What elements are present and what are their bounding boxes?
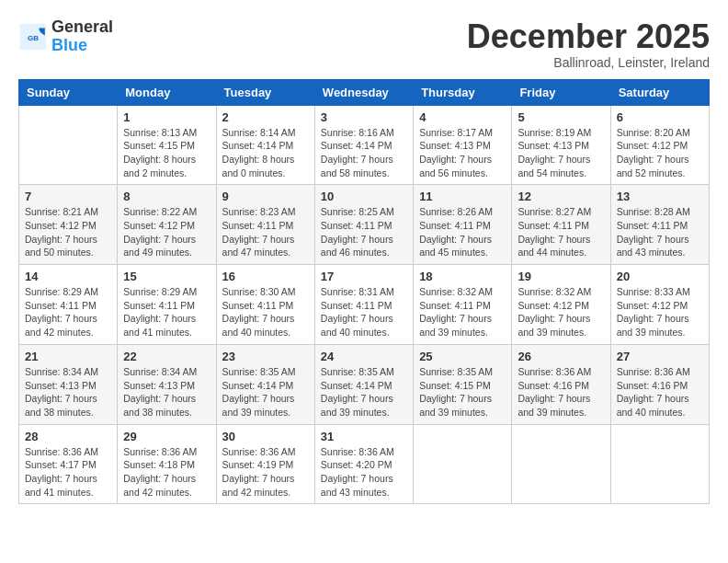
calendar-cell: 30Sunrise: 8:36 AM Sunset: 4:19 PM Dayli… [216, 424, 314, 504]
day-number: 2 [222, 110, 309, 124]
calendar-week-1: 1Sunrise: 8:13 AM Sunset: 4:15 PM Daylig… [19, 105, 710, 185]
location: Ballinroad, Leinster, Ireland [467, 55, 710, 70]
calendar-cell: 3Sunrise: 8:16 AM Sunset: 4:14 PM Daylig… [314, 105, 413, 185]
calendar-cell: 5Sunrise: 8:19 AM Sunset: 4:13 PM Daylig… [512, 105, 610, 185]
calendar-cell: 2Sunrise: 8:14 AM Sunset: 4:14 PM Daylig… [216, 105, 314, 185]
calendar-cell: 12Sunrise: 8:27 AM Sunset: 4:11 PM Dayli… [512, 185, 610, 265]
day-info: Sunrise: 8:35 AM Sunset: 4:14 PM Dayligh… [321, 365, 407, 419]
calendar-cell: 28Sunrise: 8:36 AM Sunset: 4:17 PM Dayli… [19, 424, 118, 504]
day-number: 8 [123, 190, 210, 203]
day-header-thursday: Thursday [414, 79, 512, 105]
calendar-cell: 31Sunrise: 8:36 AM Sunset: 4:20 PM Dayli… [314, 424, 413, 504]
calendar-cell: 23Sunrise: 8:35 AM Sunset: 4:14 PM Dayli… [216, 344, 314, 424]
logo: GB General Blue [18, 18, 113, 55]
day-number: 18 [419, 270, 506, 283]
calendar-cell: 6Sunrise: 8:20 AM Sunset: 4:12 PM Daylig… [610, 105, 709, 185]
day-info: Sunrise: 8:26 AM Sunset: 4:11 PM Dayligh… [419, 205, 506, 259]
day-info: Sunrise: 8:35 AM Sunset: 4:15 PM Dayligh… [419, 365, 506, 419]
day-number: 12 [518, 190, 604, 203]
calendar-cell: 18Sunrise: 8:32 AM Sunset: 4:11 PM Dayli… [414, 265, 512, 345]
day-number: 24 [321, 350, 407, 363]
day-info: Sunrise: 8:34 AM Sunset: 4:13 PM Dayligh… [123, 365, 210, 419]
page-header: GB General Blue December 2025 Ballinroad… [18, 18, 710, 70]
day-info: Sunrise: 8:29 AM Sunset: 4:11 PM Dayligh… [123, 285, 210, 339]
calendar-header-row: SundayMondayTuesdayWednesdayThursdayFrid… [19, 79, 710, 105]
day-number: 27 [617, 350, 703, 363]
calendar-week-4: 21Sunrise: 8:34 AM Sunset: 4:13 PM Dayli… [19, 344, 710, 424]
calendar-cell: 22Sunrise: 8:34 AM Sunset: 4:13 PM Dayli… [118, 344, 216, 424]
title-block: December 2025 Ballinroad, Leinster, Irel… [467, 18, 710, 70]
day-number: 3 [321, 110, 407, 124]
calendar-cell: 8Sunrise: 8:22 AM Sunset: 4:12 PM Daylig… [118, 185, 216, 265]
day-number: 21 [25, 350, 111, 363]
day-header-friday: Friday [512, 79, 610, 105]
day-info: Sunrise: 8:36 AM Sunset: 4:20 PM Dayligh… [321, 445, 407, 500]
calendar-cell: 27Sunrise: 8:36 AM Sunset: 4:16 PM Dayli… [610, 344, 709, 424]
calendar-week-5: 28Sunrise: 8:36 AM Sunset: 4:17 PM Dayli… [19, 424, 710, 504]
day-number: 19 [518, 270, 604, 283]
day-info: Sunrise: 8:34 AM Sunset: 4:13 PM Dayligh… [25, 365, 111, 419]
calendar-cell: 4Sunrise: 8:17 AM Sunset: 4:13 PM Daylig… [414, 105, 512, 185]
calendar-week-3: 14Sunrise: 8:29 AM Sunset: 4:11 PM Dayli… [19, 265, 710, 345]
day-info: Sunrise: 8:36 AM Sunset: 4:17 PM Dayligh… [25, 445, 111, 500]
day-number: 25 [419, 350, 506, 363]
calendar-cell: 16Sunrise: 8:30 AM Sunset: 4:11 PM Dayli… [216, 265, 314, 345]
day-info: Sunrise: 8:22 AM Sunset: 4:12 PM Dayligh… [123, 205, 210, 259]
day-info: Sunrise: 8:25 AM Sunset: 4:11 PM Dayligh… [321, 205, 407, 259]
day-number: 26 [518, 350, 604, 363]
day-number: 1 [123, 110, 210, 124]
day-header-wednesday: Wednesday [314, 79, 413, 105]
day-info: Sunrise: 8:36 AM Sunset: 4:19 PM Dayligh… [222, 445, 309, 500]
day-number: 17 [321, 270, 407, 283]
day-info: Sunrise: 8:36 AM Sunset: 4:16 PM Dayligh… [617, 365, 703, 419]
calendar-cell: 17Sunrise: 8:31 AM Sunset: 4:11 PM Dayli… [314, 265, 413, 345]
logo-text: General Blue [51, 18, 113, 55]
day-info: Sunrise: 8:33 AM Sunset: 4:12 PM Dayligh… [617, 285, 703, 339]
calendar-cell: 29Sunrise: 8:36 AM Sunset: 4:18 PM Dayli… [118, 424, 216, 504]
calendar-cell [512, 424, 610, 504]
day-number: 13 [617, 190, 703, 203]
calendar-cell: 21Sunrise: 8:34 AM Sunset: 4:13 PM Dayli… [19, 344, 118, 424]
calendar-cell: 20Sunrise: 8:33 AM Sunset: 4:12 PM Dayli… [610, 265, 709, 345]
day-info: Sunrise: 8:32 AM Sunset: 4:11 PM Dayligh… [419, 285, 506, 339]
day-info: Sunrise: 8:31 AM Sunset: 4:11 PM Dayligh… [321, 285, 407, 339]
logo-icon: GB [18, 22, 48, 52]
day-number: 6 [617, 110, 703, 124]
day-number: 23 [222, 350, 309, 363]
day-number: 31 [321, 430, 407, 443]
day-number: 14 [25, 270, 111, 283]
month-title: December 2025 [467, 18, 710, 55]
day-number: 7 [25, 190, 111, 203]
day-number: 5 [518, 110, 604, 124]
calendar-cell: 19Sunrise: 8:32 AM Sunset: 4:12 PM Dayli… [512, 265, 610, 345]
calendar-cell: 9Sunrise: 8:23 AM Sunset: 4:11 PM Daylig… [216, 185, 314, 265]
day-number: 15 [123, 270, 210, 283]
day-number: 9 [222, 190, 309, 203]
day-info: Sunrise: 8:23 AM Sunset: 4:11 PM Dayligh… [222, 205, 309, 259]
day-number: 4 [419, 110, 506, 124]
svg-text:GB: GB [28, 34, 39, 42]
day-header-monday: Monday [118, 79, 216, 105]
day-number: 28 [25, 430, 111, 443]
day-number: 10 [321, 190, 407, 203]
day-number: 20 [617, 270, 703, 283]
day-info: Sunrise: 8:16 AM Sunset: 4:14 PM Dayligh… [321, 126, 407, 180]
day-info: Sunrise: 8:27 AM Sunset: 4:11 PM Dayligh… [518, 205, 604, 259]
calendar-cell: 24Sunrise: 8:35 AM Sunset: 4:14 PM Dayli… [314, 344, 413, 424]
calendar-cell: 1Sunrise: 8:13 AM Sunset: 4:15 PM Daylig… [118, 105, 216, 185]
day-info: Sunrise: 8:13 AM Sunset: 4:15 PM Dayligh… [123, 126, 210, 180]
calendar-cell [610, 424, 709, 504]
calendar: SundayMondayTuesdayWednesdayThursdayFrid… [18, 79, 710, 505]
calendar-cell: 26Sunrise: 8:36 AM Sunset: 4:16 PM Dayli… [512, 344, 610, 424]
calendar-cell: 7Sunrise: 8:21 AM Sunset: 4:12 PM Daylig… [19, 185, 118, 265]
day-info: Sunrise: 8:36 AM Sunset: 4:16 PM Dayligh… [518, 365, 604, 419]
day-info: Sunrise: 8:28 AM Sunset: 4:11 PM Dayligh… [617, 205, 703, 259]
day-info: Sunrise: 8:32 AM Sunset: 4:12 PM Dayligh… [518, 285, 604, 339]
day-info: Sunrise: 8:35 AM Sunset: 4:14 PM Dayligh… [222, 365, 309, 419]
day-header-sunday: Sunday [19, 79, 118, 105]
calendar-cell: 25Sunrise: 8:35 AM Sunset: 4:15 PM Dayli… [414, 344, 512, 424]
day-info: Sunrise: 8:19 AM Sunset: 4:13 PM Dayligh… [518, 126, 604, 180]
calendar-cell: 13Sunrise: 8:28 AM Sunset: 4:11 PM Dayli… [610, 185, 709, 265]
calendar-cell: 10Sunrise: 8:25 AM Sunset: 4:11 PM Dayli… [314, 185, 413, 265]
calendar-cell: 11Sunrise: 8:26 AM Sunset: 4:11 PM Dayli… [414, 185, 512, 265]
